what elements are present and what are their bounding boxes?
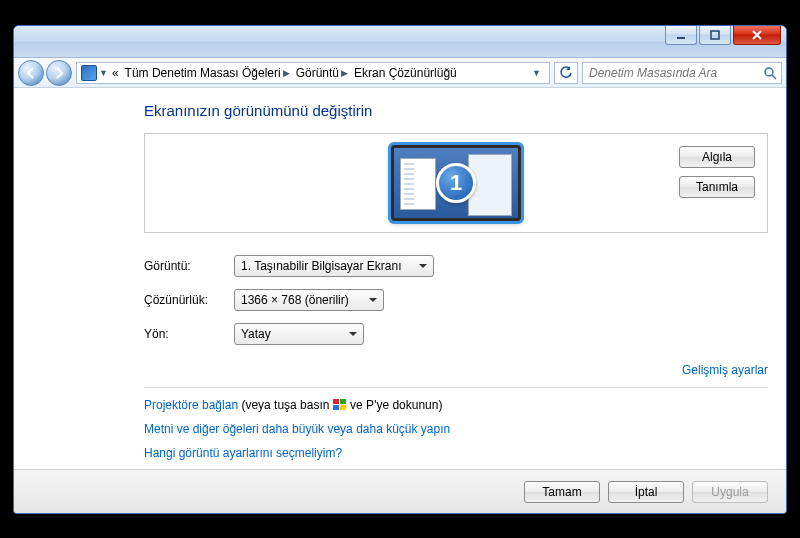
advanced-settings-link[interactable]: Gelişmiş ayarlar: [682, 363, 768, 377]
breadcrumb-label: Tüm Denetim Masası Öğeleri: [125, 66, 281, 80]
resolution-combo[interactable]: 1366 × 768 (önerilir): [234, 289, 384, 311]
ok-button[interactable]: Tamam: [524, 481, 600, 503]
svg-rect-0: [677, 37, 685, 39]
separator: [144, 387, 768, 388]
display-preview: 1 Algıla Tanımla: [144, 133, 768, 233]
breadcrumb-label: Görüntü: [296, 66, 339, 80]
cancel-button[interactable]: İptal: [608, 481, 684, 503]
breadcrumb[interactable]: ▼ « Tüm Denetim Masası Öğeleri ▶ Görüntü…: [76, 62, 550, 84]
monitor-decor: [400, 158, 436, 210]
chevron-right-icon: ▶: [341, 68, 348, 78]
arrow-left-icon: [25, 67, 37, 79]
search-input[interactable]: [587, 65, 763, 81]
window-controls: [665, 25, 781, 45]
maximize-icon: [710, 30, 720, 40]
resolution-row: Çözünürlük: 1366 × 768 (önerilir): [144, 289, 768, 311]
nav-bar: ▼ « Tüm Denetim Masası Öğeleri ▶ Görüntü…: [14, 58, 786, 88]
svg-rect-1: [711, 31, 719, 39]
projector-help-text-2: ve P'ye dokunun): [347, 398, 443, 412]
svg-line-3: [772, 75, 776, 79]
control-panel-icon: [81, 65, 97, 81]
resolution-label: Çözünürlük:: [144, 293, 234, 307]
chevron-right-icon: ▶: [283, 68, 290, 78]
identify-button[interactable]: Tanımla: [679, 176, 755, 198]
page-title: Ekranınızın görünümünü değiştirin: [144, 102, 768, 119]
projector-help-text: (veya tuşa basın: [238, 398, 333, 412]
refresh-button[interactable]: [554, 62, 578, 84]
breadcrumb-label: Ekran Çözünürlüğü: [354, 66, 457, 80]
breadcrumb-overflow[interactable]: «: [110, 66, 121, 80]
title-bar: [14, 26, 786, 58]
breadcrumb-item[interactable]: Görüntü ▶: [294, 66, 350, 80]
nav-back-forward: [18, 60, 72, 86]
forward-button[interactable]: [46, 60, 72, 86]
content-area: Ekranınızın görünümünü değiştirin 1 Algı…: [14, 88, 786, 469]
preview-side-buttons: Algıla Tanımla: [679, 146, 755, 198]
detect-button[interactable]: Algıla: [679, 146, 755, 168]
search-icon: [763, 66, 777, 80]
close-icon: [751, 30, 763, 40]
display-combo[interactable]: 1. Taşınabilir Bilgisayar Ekranı: [234, 255, 434, 277]
display-label: Görüntü:: [144, 259, 234, 273]
dialog-button-bar: Tamam İptal Uygula: [14, 469, 786, 513]
projector-link[interactable]: Projektöre bağlan: [144, 398, 238, 412]
minimize-icon: [676, 30, 686, 40]
minimize-button[interactable]: [665, 25, 697, 45]
orientation-row: Yön: Yatay: [144, 323, 768, 345]
combo-value: Yatay: [241, 327, 271, 341]
monitor-thumbnail[interactable]: 1: [391, 145, 521, 221]
combo-value: 1. Taşınabilir Bilgisayar Ekranı: [241, 259, 402, 273]
refresh-icon: [559, 66, 573, 80]
breadcrumb-item[interactable]: Tüm Denetim Masası Öğeleri ▶: [123, 66, 292, 80]
orientation-label: Yön:: [144, 327, 234, 341]
help-links: Projektöre bağlan (veya tuşa basın ve P'…: [144, 398, 768, 460]
svg-point-2: [765, 68, 773, 76]
combo-value: 1366 × 768 (önerilir): [241, 293, 349, 307]
apply-button[interactable]: Uygula: [692, 481, 768, 503]
windows-key-icon: [333, 399, 347, 411]
textsize-link[interactable]: Metni ve diğer öğeleri daha büyük veya d…: [144, 422, 450, 436]
monitor-number-badge: 1: [436, 163, 476, 203]
back-button[interactable]: [18, 60, 44, 86]
arrow-right-icon: [53, 67, 65, 79]
breadcrumb-item[interactable]: Ekran Çözünürlüğü: [352, 66, 459, 80]
display-row: Görüntü: 1. Taşınabilir Bilgisayar Ekran…: [144, 255, 768, 277]
chevron-down-icon: ▼: [99, 68, 108, 78]
breadcrumb-dropdown[interactable]: ▼: [528, 68, 545, 78]
close-button[interactable]: [733, 25, 781, 45]
orientation-combo[interactable]: Yatay: [234, 323, 364, 345]
which-settings-link[interactable]: Hangi görüntü ayarlarını seçmeliyim?: [144, 446, 342, 460]
maximize-button[interactable]: [699, 25, 731, 45]
window: ▼ « Tüm Denetim Masası Öğeleri ▶ Görüntü…: [13, 25, 787, 514]
search-box[interactable]: [582, 62, 782, 84]
